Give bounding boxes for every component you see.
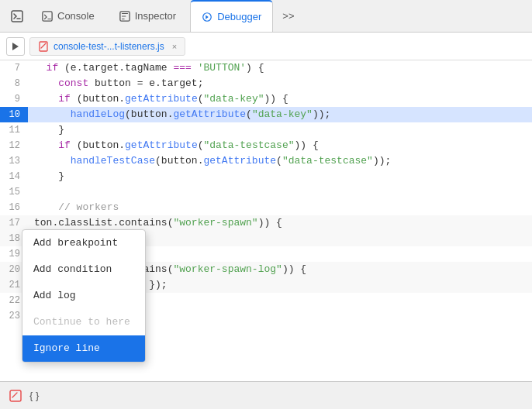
tab-console[interactable]: Console	[31, 0, 105, 32]
code-line-10: 10 handleLog(button.getAttribute("data-k…	[0, 107, 532, 122]
svg-rect-2	[43, 11, 52, 20]
context-menu: Add breakpoint Add condition Add log Con…	[22, 229, 146, 363]
file-tab-bar: console-test-...t-listeners.js ×	[0, 33, 532, 60]
tab-inspector-label: Inspector	[135, 10, 176, 22]
tab-console-label: Console	[57, 10, 95, 22]
context-menu-item-add-condition[interactable]: Add condition	[22, 256, 145, 283]
tab-bar: Console Inspector Debugger >>	[0, 0, 532, 33]
play-icon	[10, 41, 21, 52]
svg-rect-7	[10, 390, 21, 401]
tab-inspector[interactable]: Inspector	[109, 0, 187, 32]
tab-debugger-label: Debugger	[217, 11, 261, 22]
code-line-13: 13 handleTestCase(button.getAttribute("d…	[0, 153, 532, 169]
code-line-11: 11 }	[0, 122, 532, 138]
bottom-braces-label: { }	[29, 390, 39, 401]
context-menu-item-ignore-line[interactable]: Ignore line	[22, 335, 145, 362]
code-line-15: 15	[0, 184, 532, 200]
file-tab-close[interactable]: ×	[172, 42, 177, 51]
inspector-icon	[119, 11, 130, 22]
code-line-7: 7 if (e.target.tagName === 'BUTTON') {	[0, 60, 532, 76]
file-tab-console-test[interactable]: console-test-...t-listeners.js ×	[29, 37, 185, 56]
file-tab-name: console-test-...t-listeners.js	[54, 41, 164, 52]
code-line-8: 8 const button = e.target;	[0, 76, 532, 91]
context-menu-item-continue-to-here: Continue to here	[22, 309, 145, 335]
bottom-edit-icon[interactable]	[8, 388, 23, 404]
code-line-17: 17 ton.classList.contains("worker-spawn"…	[0, 215, 532, 231]
svg-marker-5	[12, 43, 19, 50]
debugger-icon	[202, 12, 212, 22]
devtools-icon[interactable]	[6, 5, 28, 27]
context-menu-item-add-log[interactable]: Add log	[22, 283, 145, 309]
more-tabs-button[interactable]: >>	[276, 7, 300, 25]
tab-debugger[interactable]: Debugger	[190, 0, 273, 32]
code-line-14: 14 }	[0, 169, 532, 184]
code-line-12: 12 if (button.getAttribute("data-testcas…	[0, 138, 532, 153]
file-edit-icon	[38, 41, 49, 52]
sidebar-toggle-button[interactable]	[6, 37, 25, 56]
bottom-bar: { }	[0, 381, 532, 409]
code-line-9: 9 if (button.getAttribute("data-key")) {	[0, 91, 532, 107]
console-icon	[42, 11, 53, 22]
code-line-16: 16 // workers	[0, 200, 532, 215]
code-editor: 7 if (e.target.tagName === 'BUTTON') { 8…	[0, 60, 532, 381]
context-menu-item-add-breakpoint[interactable]: Add breakpoint	[22, 230, 145, 256]
